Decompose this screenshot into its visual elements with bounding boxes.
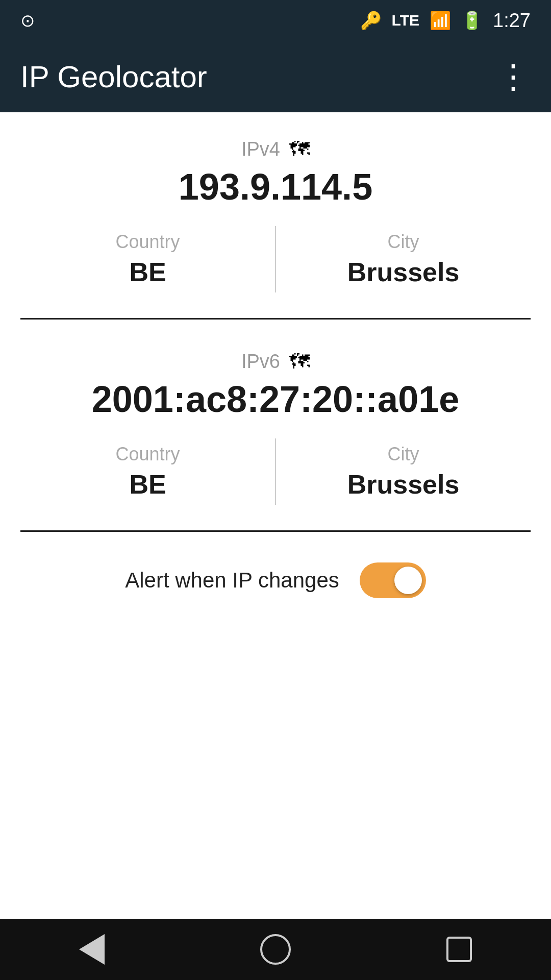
home-icon bbox=[260, 934, 291, 965]
toggle-thumb bbox=[394, 567, 422, 594]
ipv4-address[interactable]: 193.9.114.5 bbox=[179, 166, 372, 208]
ipv4-label: IPv4 bbox=[241, 138, 280, 160]
ipv6-address[interactable]: 2001:ac8:27:20::a01e bbox=[92, 378, 460, 420]
lte-icon: LTE bbox=[392, 12, 419, 29]
section-divider-1 bbox=[20, 318, 531, 320]
status-bar: ⊙ 🔑 LTE 📶 🔋 1:27 bbox=[0, 0, 551, 41]
home-button[interactable] bbox=[245, 929, 306, 970]
signal-icon: 📶 bbox=[430, 10, 451, 31]
ipv6-country-col: Country BE bbox=[20, 438, 276, 505]
ipv6-country-label: Country bbox=[115, 444, 180, 465]
app-title: IP Geolocator bbox=[20, 59, 497, 94]
app-bar: IP Geolocator ⋮ bbox=[0, 41, 551, 112]
ipv6-city-value: Brussels bbox=[347, 469, 460, 500]
main-content: IPv4 🗺 193.9.114.5 Country BE City Bruss… bbox=[0, 112, 551, 919]
ipv6-city-col: City Brussels bbox=[276, 438, 531, 505]
key-icon: 🔑 bbox=[360, 10, 382, 31]
alert-row: Alert when IP changes bbox=[0, 537, 551, 624]
ipv6-geo-row: Country BE City Brussels bbox=[20, 438, 531, 505]
ipv4-country-col: Country BE bbox=[20, 226, 276, 292]
status-time: 1:27 bbox=[493, 10, 531, 32]
ipv4-type-row: IPv4 🗺 bbox=[241, 138, 310, 161]
ipv4-map-icon[interactable]: 🗺 bbox=[289, 138, 310, 161]
recents-icon bbox=[446, 937, 472, 962]
ipv4-section: IPv4 🗺 193.9.114.5 Country BE City Bruss… bbox=[0, 112, 551, 313]
ipv6-country-value: BE bbox=[129, 469, 166, 500]
status-bar-left-icons: ⊙ bbox=[20, 10, 35, 31]
recents-button[interactable] bbox=[429, 929, 490, 970]
ipv4-city-label: City bbox=[388, 231, 419, 253]
back-icon bbox=[79, 934, 105, 965]
ipv4-country-label: Country bbox=[115, 231, 180, 253]
back-button[interactable] bbox=[61, 929, 122, 970]
ipv4-city-value: Brussels bbox=[347, 257, 460, 287]
ipv4-city-col: City Brussels bbox=[276, 226, 531, 292]
alert-toggle[interactable] bbox=[360, 562, 426, 598]
ipv6-label: IPv6 bbox=[241, 351, 280, 373]
overflow-menu-button[interactable]: ⋮ bbox=[497, 60, 531, 93]
ipv6-city-label: City bbox=[388, 444, 419, 465]
ipv4-geo-row: Country BE City Brussels bbox=[20, 226, 531, 292]
ipv4-country-value: BE bbox=[129, 257, 166, 287]
alert-label: Alert when IP changes bbox=[125, 568, 339, 593]
bottom-nav bbox=[0, 919, 551, 980]
ipv6-map-icon[interactable]: 🗺 bbox=[289, 350, 310, 373]
ipv6-section: IPv6 🗺 2001:ac8:27:20::a01e Country BE C… bbox=[0, 325, 551, 525]
section-divider-2 bbox=[20, 530, 531, 532]
ipv6-type-row: IPv6 🗺 bbox=[241, 350, 310, 373]
signal-dots-icon: ⊙ bbox=[20, 11, 35, 30]
battery-icon: 🔋 bbox=[461, 10, 483, 31]
